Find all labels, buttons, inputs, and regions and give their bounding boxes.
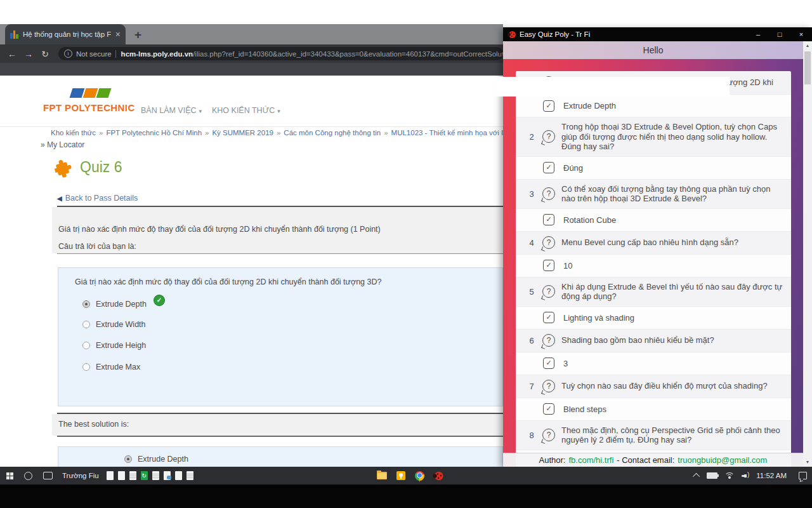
new-tab-button[interactable]: + [134,28,141,42]
answer-option[interactable]: Extrude Width [82,320,146,329]
recycle-document-icon[interactable]: ↻ [141,471,148,480]
file-explorer-icon[interactable] [377,472,387,479]
quiz-answers-card: 1?Giá trị nào xác định mức độ thay đổi c… [516,71,791,467]
maximize-button[interactable]: □ [769,27,790,41]
quiz-question-row: 6?Shading bao gồm bao nhiêu kiểu bề mặt? [516,329,791,352]
scroll-up-icon[interactable]: ▲ [803,41,812,50]
question-bubble-icon: ? [542,429,555,441]
cortana-icon[interactable] [24,472,32,480]
google-keep-icon[interactable] [396,471,405,480]
quiz-answer-row: ✓Extrude Depth [516,94,791,117]
clock[interactable]: 11:52 AM [756,472,787,479]
image-document-icon[interactable] [164,471,171,480]
quiz-answer-row: ✓Đúng [516,156,791,179]
breadcrumb-link[interactable]: Kỳ SUMMER 2019 [212,129,273,137]
author-link[interactable]: fb.com/hi.trfi [568,455,613,465]
crumb-separator: » [205,129,209,137]
page-document-icon[interactable] [118,471,125,480]
action-center-icon[interactable] [799,472,807,479]
url-path: /ilias.php?ref_id=140360&active_id=34043… [193,50,503,58]
minimize-button[interactable]: – [747,27,769,41]
pinned-documents: ↻ [107,471,193,480]
quiz-puzzle-icon [53,156,75,179]
page-document-icon[interactable] [107,471,114,480]
radio-button[interactable] [82,342,90,349]
radio-button[interactable] [82,300,90,308]
scrollbar[interactable]: ▲ ▼ [803,41,812,467]
crumb-separator: » [277,129,280,137]
answer-option[interactable]: Extrude Depth [124,455,188,464]
nav-kho-kien-thuc[interactable]: KHO KIẾN THỨC▾ [212,106,280,115]
header-divider [0,126,503,127]
answer-checkbox-icon[interactable]: ✓ [543,403,554,415]
best-solution-box: Extrude Depth [58,446,503,467]
info-icon[interactable]: i [64,50,72,58]
answer-checkbox-icon[interactable]: ✓ [543,312,554,323]
breadcrumb-link[interactable]: FPT Polytechnic Hồ Chí Minh [106,129,202,137]
answer-checkbox-icon[interactable]: ✓ [543,358,554,369]
wifi-icon[interactable] [724,472,735,479]
radio-button[interactable] [82,321,90,328]
question-number: 2 [521,132,542,142]
chrome-icon[interactable] [415,471,424,481]
nav-ban-lam-viec[interactable]: BÀN LÀM VIỆC▾ [141,106,202,115]
brand-logo[interactable]: FPT POLYTECHNIC [43,102,135,113]
contact-email-link[interactable]: truongbuidp@gmail.com [678,455,767,465]
answer-checkbox-icon[interactable]: ✓ [543,214,554,225]
url-bar[interactable]: i Not secure hcm-lms.poly.edu.vn/ilias.p… [58,47,503,60]
quiz-question-row: 7?Tuỳ chọn nào sau đây điều khiển độ mượ… [516,375,791,398]
app-title-bar[interactable]: Easy Quiz Poly - Tr Fi – □ × [503,27,812,41]
divider [57,253,503,254]
answer-option[interactable]: Extrude Depth✓ [82,298,165,310]
answer-text: Blend steps [563,404,606,414]
lines-document-icon[interactable] [129,471,136,480]
question-bubble-icon: ? [542,236,555,249]
answer-option[interactable]: Extrude Heigh [82,341,146,350]
tray-expand-icon[interactable] [693,473,700,480]
url-divider [115,50,116,58]
page-title: Quiz 6 [80,159,122,176]
question-number: 5 [521,287,542,297]
scrollbar-thumb[interactable] [804,51,811,84]
speaker-icon[interactable] [742,472,749,479]
lines-document-icon[interactable] [187,471,193,480]
answer-checkbox-icon[interactable]: ✓ [543,162,554,173]
breadcrumb-link[interactable]: Kho kiến thức [51,129,96,137]
quiz-question-row: 4?Menu Bevel cung cấp bao nhiêu hình dạn… [516,231,791,254]
tab-close-icon[interactable]: × [115,30,121,39]
answer-box-question: Giá trị nào xác định mức độ thay đổi của… [75,277,381,286]
browser-tab[interactable]: Hệ thống quản trị học tập Fpt Po × [5,24,126,44]
reload-icon[interactable]: ↻ [37,49,53,59]
back-to-pass-details-link[interactable]: ◀Back to Pass Details [57,194,138,203]
easy-quiz-taskbar-icon[interactable] [433,471,443,480]
quiz-answer-row: ✓3 [516,352,791,375]
quiz-answer-row: ✓Lighting và shading [516,306,791,329]
page-document-icon[interactable] [175,471,182,480]
answer-checkbox-icon[interactable]: ✓ [543,100,554,112]
breadcrumb-link[interactable]: MUL1023 - Thiết kế minh họa với Illustra… [391,129,503,137]
task-view-icon[interactable] [43,472,53,479]
radio-button[interactable] [82,363,90,371]
option-label: Extrude Max [96,363,140,371]
back-icon[interactable]: ← [4,49,20,59]
app-footer: Author: fb.com/hi.trfi - Contact email: … [503,453,803,467]
answer-checkbox-icon[interactable]: ✓ [543,260,554,271]
ladybug-app-icon [508,31,516,38]
close-button[interactable]: × [790,27,812,41]
answer-option[interactable]: Extrude Max [82,363,140,371]
start-button-icon[interactable] [6,472,13,479]
question-bubble-icon: ? [542,187,555,200]
battery-icon[interactable] [707,472,717,479]
lines-document-icon[interactable] [152,471,159,480]
question-text: Có thể xoay đối tượng bằng tay thông qua… [561,184,785,204]
taskbar-pinned-label[interactable]: Trường Fiu [62,472,99,479]
forward-icon[interactable]: → [20,49,37,59]
breadcrumb-link[interactable]: Các môn Công nghệ thông tin [284,129,381,137]
scroll-down-icon[interactable]: ▼ [803,458,812,467]
chevron-down-icon: ▾ [199,108,202,114]
question-text: Theo mặc định, công cụ Perspective Grid … [561,425,785,445]
divider [57,436,503,437]
my-locator-label[interactable]: » My Locator [41,140,84,149]
radio-button[interactable] [124,455,132,463]
taskbar: Trường Fiu ↻ 11:52 AM [0,467,812,485]
